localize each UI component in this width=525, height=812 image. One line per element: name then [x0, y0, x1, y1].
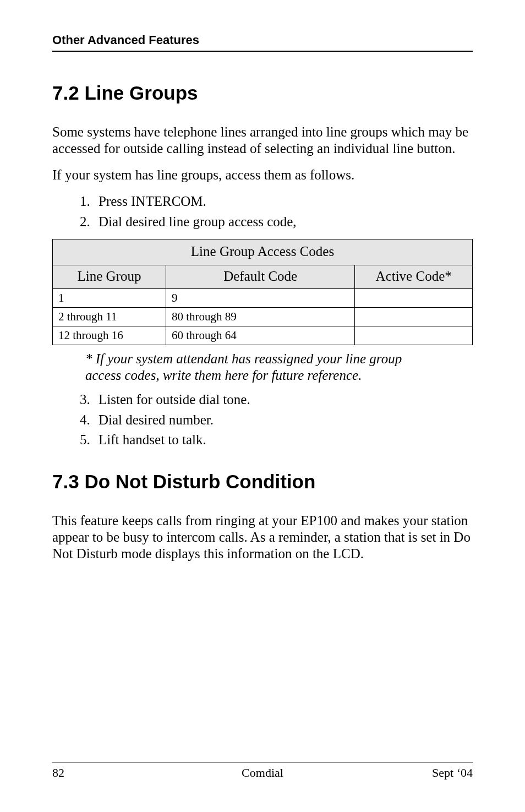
- paragraph: If your system has line groups, access t…: [52, 167, 473, 183]
- list-number: 2.: [80, 214, 99, 231]
- cell: [355, 289, 473, 308]
- list-item: 1. Press INTERCOM.: [80, 193, 473, 210]
- cell: [355, 326, 473, 345]
- running-head: Other Advanced Features: [52, 33, 473, 52]
- list-text: Dial desired number.: [99, 412, 214, 429]
- list-number: 3.: [80, 391, 99, 408]
- paragraph: Some systems have telephone lines arrang…: [52, 124, 473, 157]
- list-item: 4. Dial desired number.: [80, 412, 473, 429]
- table-title: Line Group Access Codes: [53, 239, 473, 265]
- section-title-2: 7.3 Do Not Disturb Condition: [52, 471, 473, 493]
- list-text: Press INTERCOM.: [99, 193, 206, 210]
- cell: 12 through 16: [53, 326, 166, 345]
- paragraph: This feature keeps calls from ringing at…: [52, 513, 473, 562]
- table-header-row: Line Group Default Code Active Code*: [53, 265, 473, 289]
- cell: 1: [53, 289, 166, 308]
- footer: 82 Comdial Sept ‘04: [52, 762, 473, 780]
- list-text: Listen for outside dial tone.: [99, 391, 250, 408]
- list-item: 2. Dial desired line group access code,: [80, 214, 473, 231]
- table-row: 2 through 11 80 through 89: [53, 308, 473, 326]
- col-header: Default Code: [166, 265, 355, 289]
- section-title-1: 7.2 Line Groups: [52, 82, 473, 104]
- table-row: 1 9: [53, 289, 473, 308]
- list-text: Lift handset to talk.: [99, 432, 206, 449]
- cell: 80 through 89: [166, 308, 355, 326]
- col-header: Active Code*: [355, 265, 473, 289]
- list-number: 1.: [80, 193, 99, 210]
- note: * If your system attendant has reassigne…: [85, 351, 440, 384]
- cell: 60 through 64: [166, 326, 355, 345]
- access-codes-table: Line Group Access Codes Line Group Defau…: [52, 239, 473, 345]
- table-row: 12 through 16 60 through 64: [53, 326, 473, 345]
- brand-label: Comdial: [242, 766, 283, 780]
- list-number: 5.: [80, 432, 99, 449]
- page-number: 82: [52, 766, 64, 780]
- cell: 2 through 11: [53, 308, 166, 326]
- list-item: 5. Lift handset to talk.: [80, 432, 473, 449]
- page: Other Advanced Features 7.2 Line Groups …: [0, 0, 525, 812]
- table-title-row: Line Group Access Codes: [53, 239, 473, 265]
- list-text: Dial desired line group access code,: [99, 214, 297, 231]
- cell: 9: [166, 289, 355, 308]
- list-number: 4.: [80, 412, 99, 429]
- col-header: Line Group: [53, 265, 166, 289]
- pub-date: Sept ‘04: [432, 766, 473, 780]
- cell: [355, 308, 473, 326]
- list-item: 3. Listen for outside dial tone.: [80, 391, 473, 408]
